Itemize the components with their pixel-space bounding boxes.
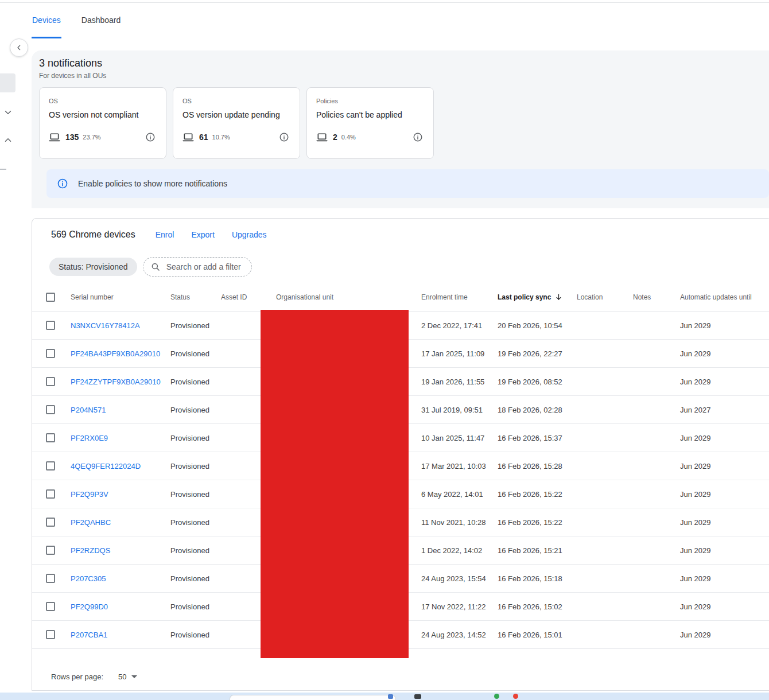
- serial-number-link[interactable]: P207C305: [71, 574, 106, 583]
- status-filter-chip-label: Status: Provisioned: [59, 262, 128, 271]
- sidebar-collapse-button[interactable]: [10, 38, 28, 57]
- table-action-link[interactable]: Export: [191, 230, 214, 239]
- notification-card[interactable]: Policies Policies can't be applied 2 0.4…: [306, 87, 434, 159]
- automatic-updates-cell: Jun 2029: [674, 462, 769, 470]
- column-header-notes[interactable]: Notes: [627, 293, 674, 301]
- row-checkbox[interactable]: [46, 405, 55, 414]
- notification-category: OS: [182, 97, 290, 105]
- serial-number-link[interactable]: PF2RX0E9: [71, 434, 108, 442]
- row-checkbox[interactable]: [46, 546, 55, 555]
- automatic-updates-cell: Jun 2029: [674, 631, 769, 639]
- automatic-updates-cell: Jun 2029: [674, 602, 769, 611]
- notifications-subtitle: For devices in all OUs: [39, 71, 769, 80]
- tab-devices[interactable]: Devices: [32, 3, 61, 38]
- automatic-updates-cell: Jun 2029: [674, 518, 769, 527]
- last-policy-sync-cell: 16 Feb 2026, 15:22: [491, 518, 570, 527]
- row-checkbox[interactable]: [46, 321, 55, 330]
- row-checkbox[interactable]: [46, 602, 55, 611]
- row-checkbox[interactable]: [46, 461, 55, 470]
- notification-count: 61: [199, 133, 208, 142]
- chevron-down-icon[interactable]: [3, 107, 13, 118]
- serial-number-link[interactable]: PF2Q99D0: [71, 602, 108, 611]
- last-policy-sync-cell: 18 Feb 2026, 02:28: [491, 406, 570, 414]
- chevron-left-icon: [14, 43, 24, 52]
- serial-number-link[interactable]: PF2RZDQS: [71, 546, 110, 555]
- enrolment-time-cell: 11 Nov 2021, 10:28: [415, 518, 491, 527]
- automatic-updates-cell: Jun 2029: [674, 434, 769, 442]
- taskbar-green-dot-icon[interactable]: [494, 694, 499, 699]
- enrolment-time-cell: 1 Dec 2022, 14:02: [415, 546, 491, 555]
- taskbar-window-preview[interactable]: [230, 695, 396, 700]
- last-policy-sync-cell: 16 Feb 2026, 15:22: [491, 490, 570, 499]
- select-all-checkbox[interactable]: [46, 293, 55, 302]
- taskbar-red-dot-icon[interactable]: [513, 694, 518, 699]
- status-cell: Provisioned: [164, 574, 215, 583]
- serial-number-link[interactable]: PF24ZZYTPF9XB0A29010: [71, 378, 161, 386]
- enrolment-time-cell: 19 Jan 2026, 11:55: [415, 378, 491, 386]
- column-header-automatic-updates-until[interactable]: Automatic updates until: [674, 293, 769, 301]
- enrolment-time-cell: 31 Jul 2019, 09:51: [415, 406, 491, 414]
- row-checkbox[interactable]: [46, 433, 55, 442]
- row-checkbox[interactable]: [46, 489, 55, 499]
- status-cell: Provisioned: [164, 631, 215, 639]
- chevron-up-icon[interactable]: [3, 135, 13, 145]
- serial-number-link[interactable]: P204N571: [71, 406, 106, 414]
- enrolment-time-cell: 17 Nov 2022, 11:22: [415, 602, 491, 611]
- row-checkbox[interactable]: [46, 630, 55, 639]
- automatic-updates-cell: Jun 2029: [674, 321, 769, 330]
- page-tabs: Devices Dashboard: [32, 3, 121, 38]
- status-cell: Provisioned: [164, 406, 215, 414]
- taskbar-app-icon[interactable]: [414, 694, 421, 699]
- notification-count: 2: [333, 133, 337, 142]
- tab-dashboard[interactable]: Dashboard: [81, 3, 122, 38]
- laptop-icon: [49, 133, 60, 142]
- laptop-icon: [182, 133, 194, 142]
- notification-card[interactable]: OS OS version update pending 61 10.7%: [173, 87, 300, 159]
- table-action-link[interactable]: Upgrades: [232, 230, 267, 239]
- notification-percent: 23.7%: [83, 134, 100, 141]
- table-actions: EnrolExportUpgrades: [156, 230, 267, 239]
- notification-card[interactable]: OS OS version not compliant 135 23.7%: [39, 87, 166, 159]
- column-header-organisational-unit[interactable]: Organisational unit: [270, 293, 415, 301]
- notification-percent: 0.4%: [341, 134, 356, 141]
- info-icon[interactable]: [279, 132, 289, 142]
- row-checkbox[interactable]: [46, 518, 55, 527]
- info-icon[interactable]: [145, 132, 156, 142]
- notification-count: 135: [65, 133, 79, 142]
- automatic-updates-cell: Jun 2029: [674, 574, 769, 583]
- serial-number-link[interactable]: PF24BA43PF9XB0A29010: [71, 349, 160, 358]
- taskbar-app-icon[interactable]: [388, 694, 393, 699]
- serial-number-link[interactable]: P207CBA1: [71, 631, 107, 639]
- serial-number-link[interactable]: PF2Q9P3V: [71, 490, 108, 499]
- serial-number-link[interactable]: 4QEQ9FER122024D: [71, 462, 141, 470]
- sidebar-active-item-sliver[interactable]: [0, 73, 15, 92]
- column-header-last-policy-sync[interactable]: Last policy sync: [491, 293, 570, 301]
- serial-number-link[interactable]: N3NXCV16Y78412A: [71, 321, 140, 330]
- info-icon[interactable]: [413, 132, 423, 142]
- row-checkbox[interactable]: [46, 574, 55, 583]
- column-header-status[interactable]: Status: [164, 293, 215, 301]
- row-checkbox[interactable]: [46, 349, 55, 358]
- notification-percent: 10.7%: [212, 134, 230, 141]
- notification-card-title: OS version update pending: [182, 110, 290, 120]
- rows-per-page-select[interactable]: 50: [118, 672, 137, 681]
- enable-policies-banner: Enable policies to show more notificatio…: [46, 169, 769, 198]
- serial-number-link[interactable]: PF2QAHBC: [71, 518, 111, 527]
- status-filter-chip[interactable]: Status: Provisioned: [49, 258, 137, 276]
- status-cell: Provisioned: [164, 518, 215, 527]
- notifications-panel: 3 notifications For devices in all OUs O…: [32, 50, 769, 208]
- column-header-enrolment-time[interactable]: Enrolment time: [415, 293, 491, 301]
- status-cell: Provisioned: [164, 434, 215, 442]
- tab-dashboard-label: Dashboard: [81, 15, 121, 25]
- table-action-link[interactable]: Enrol: [156, 230, 174, 239]
- column-header-asset-id[interactable]: Asset ID: [215, 293, 270, 301]
- automatic-updates-cell: Jun 2029: [674, 546, 769, 555]
- column-header-location[interactable]: Location: [570, 293, 627, 301]
- row-checkbox[interactable]: [46, 377, 55, 386]
- laptop-icon: [316, 133, 328, 142]
- info-icon: [57, 178, 68, 189]
- redaction-overlay: [261, 310, 409, 658]
- enrolment-time-cell: 24 Aug 2023, 15:54: [415, 574, 491, 583]
- filter-search-input[interactable]: Search or add a filter: [143, 257, 252, 277]
- column-header-serial-number[interactable]: Serial number: [64, 293, 164, 301]
